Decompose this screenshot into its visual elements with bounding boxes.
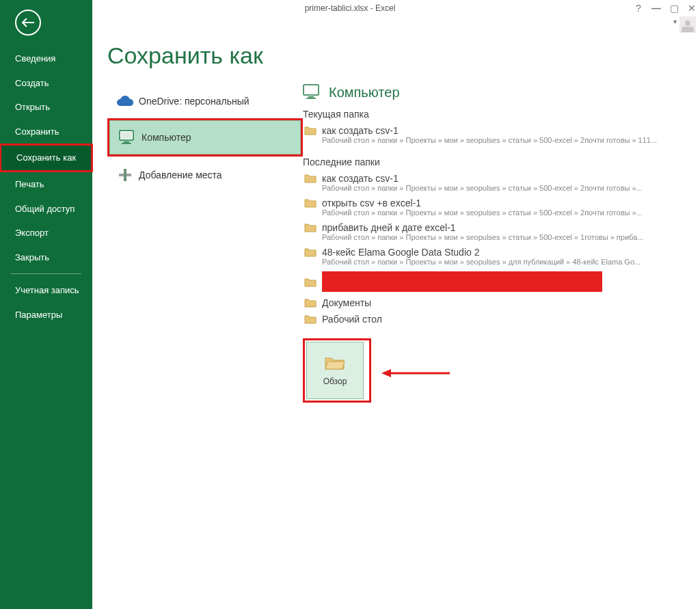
browse-button[interactable]: Обзор — [306, 342, 364, 399]
folder-recent-3[interactable]: 48-кейс Elama Google Data Studio 2 Рабоч… — [303, 244, 686, 269]
backstage-sidebar: Сведения Создать Открыть Сохранить Сохра… — [0, 0, 92, 609]
redacted-block — [322, 271, 602, 292]
places-list: OneDrive: персональный Компьютер — [107, 84, 303, 403]
folder-icon — [304, 125, 319, 135]
minimize-button[interactable]: — — [651, 3, 662, 14]
sidebar-item-save-as[interactable]: Сохранить как — [1, 146, 91, 170]
location-heading: Компьютер — [303, 84, 686, 100]
place-label: Компьютер — [142, 132, 191, 143]
sidebar-item-close[interactable]: Закрыть — [0, 245, 92, 270]
sidebar-item-save[interactable]: Сохранить — [0, 120, 92, 144]
svg-rect-7 — [304, 85, 319, 95]
place-label: Добавление места — [139, 170, 222, 180]
ribbon-collapse-icon[interactable]: ▾ — [673, 18, 677, 25]
arrow-left-icon — [22, 18, 34, 27]
svg-rect-9 — [306, 98, 316, 99]
account-avatar[interactable] — [679, 16, 696, 33]
computer-icon — [114, 130, 142, 145]
folder-icon — [304, 247, 319, 257]
folder-icon — [304, 277, 319, 287]
folder-recent-2[interactable]: прибавить дней к дате excel-1 Рабочий ст… — [303, 219, 686, 244]
sidebar-item-share[interactable]: Общий доступ — [0, 197, 92, 221]
folder-icon — [304, 314, 319, 324]
svg-rect-8 — [308, 96, 314, 98]
window-title: primer-tablici.xlsx - Excel — [305, 3, 396, 13]
annotation-arrow-icon — [381, 368, 450, 379]
recent-folders-label: Последние папки — [303, 157, 686, 167]
place-add[interactable]: Добавление места — [107, 158, 303, 192]
folder-current-0[interactable]: как создать csv-1 Рабочий стол » папки »… — [303, 122, 686, 147]
svg-rect-2 — [124, 141, 129, 143]
sidebar-item-open[interactable]: Открыть — [0, 95, 92, 120]
annotation-highlight-computer: Компьютер — [107, 118, 303, 157]
backstage-main: Сохранить как OneDrive: персональный — [92, 33, 700, 609]
add-place-icon — [111, 167, 139, 182]
folder-documents[interactable]: Документы — [303, 295, 686, 311]
place-computer[interactable]: Компьютер — [109, 120, 301, 154]
window-controls: ? — ▢ ✕ — [633, 0, 697, 16]
folder-open-icon — [324, 355, 346, 371]
page-title: Сохранить как — [107, 42, 700, 69]
annotation-highlight-sidebar: Сохранить как — [0, 144, 93, 172]
folder-icon — [304, 198, 319, 208]
sidebar-item-print[interactable]: Печать — [0, 172, 92, 197]
folder-icon — [304, 297, 319, 308]
annotation-highlight-browse: Обзор — [303, 338, 371, 403]
close-button[interactable]: ✕ — [686, 3, 697, 14]
folder-recent-0[interactable]: как создать csv-1 Рабочий стол » папки »… — [303, 170, 686, 195]
sidebar-separator — [11, 273, 81, 274]
sidebar-item-account[interactable]: Учетная запись — [0, 278, 92, 303]
sidebar-item-export[interactable]: Экспорт — [0, 221, 92, 245]
cloud-icon — [111, 95, 139, 107]
svg-rect-1 — [121, 132, 132, 139]
place-onedrive[interactable]: OneDrive: персональный — [107, 84, 303, 118]
current-folder-label: Текущая папка — [303, 109, 686, 120]
help-button[interactable]: ? — [633, 3, 644, 14]
folder-recent-1[interactable]: открыть csv +в excel-1 Рабочий стол » па… — [303, 195, 686, 219]
back-button[interactable] — [15, 10, 41, 36]
folder-icon — [304, 222, 319, 232]
folder-redacted[interactable] — [303, 269, 686, 295]
svg-rect-6 — [124, 169, 126, 181]
place-label: OneDrive: персональный — [139, 96, 250, 107]
sidebar-item-options[interactable]: Параметры — [0, 303, 92, 327]
maximize-button[interactable]: ▢ — [669, 3, 679, 14]
titlebar: primer-tablici.xlsx - Excel ? — ▢ ✕ ▾ — [0, 0, 700, 16]
folder-icon — [304, 173, 319, 183]
folder-desktop[interactable]: Рабочий стол — [303, 311, 686, 327]
svg-rect-3 — [122, 143, 131, 144]
sidebar-item-new[interactable]: Создать — [0, 71, 92, 96]
location-pane: Компьютер Текущая папка как создать csv-… — [303, 84, 700, 403]
sidebar-item-info[interactable]: Сведения — [0, 46, 92, 71]
computer-icon — [303, 84, 322, 100]
